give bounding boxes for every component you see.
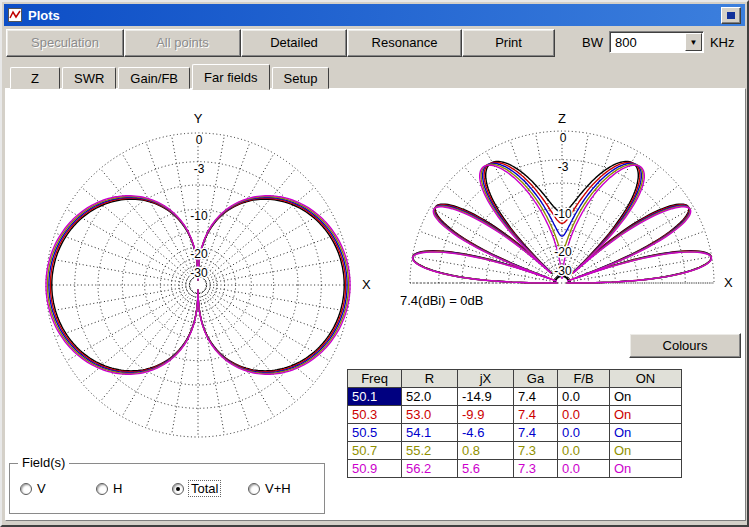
toolbar-button-all-points: All points [124, 29, 241, 57]
frequency-table: FreqRjXGaF/BON50.152.0-14.97.40.0On50.35… [347, 369, 682, 478]
cell-jx[interactable]: -9.9 [458, 406, 514, 424]
tab-setup[interactable]: Setup [272, 67, 330, 89]
bw-value: 800 [610, 35, 685, 50]
cell-on[interactable]: On [610, 388, 682, 406]
azimuth-axis-right-label: X [362, 277, 371, 292]
column-header-r: R [402, 370, 458, 388]
toolbar-button-print[interactable]: Print [462, 29, 555, 57]
table-row: 50.353.0-9.97.40.0On [348, 406, 682, 424]
bw-dropdown-button[interactable]: ▼ [685, 33, 702, 51]
radio-icon [248, 483, 260, 495]
azimuth-axis-top-label: Y [194, 111, 203, 126]
bw-unit-label: KHz [710, 35, 735, 50]
fields-groupbox: Field(s) VHTotalV+H [9, 463, 325, 514]
ring-label: -10 [190, 209, 208, 223]
fields-group-title: Field(s) [18, 455, 69, 470]
fields-options: VHTotalV+H [10, 464, 324, 513]
elevation-axis-top-label: Z [558, 111, 566, 126]
ring-label: -30 [554, 264, 572, 278]
radio-label: V [37, 481, 46, 496]
radio-total[interactable]: Total [172, 481, 248, 496]
chevron-down-icon: ▼ [689, 38, 697, 47]
cell-f-b[interactable]: 0.0 [558, 460, 610, 478]
cell-jx[interactable]: -4.6 [458, 424, 514, 442]
cell-jx[interactable]: 0.8 [458, 442, 514, 460]
radio-label: V+H [265, 481, 291, 496]
column-header-ga: Ga [514, 370, 558, 388]
cell-ga[interactable]: 7.3 [514, 442, 558, 460]
toolbar-button-resonance[interactable]: Resonance [347, 29, 462, 57]
cell-freq[interactable]: 50.1 [348, 388, 402, 406]
radio-v[interactable]: V [20, 481, 96, 496]
minimize-button[interactable] [721, 7, 741, 24]
radio-label: Total [189, 481, 220, 496]
window-title: Plots [28, 8, 60, 23]
ring-label: -30 [190, 266, 208, 280]
azimuth-pattern-curve [49, 197, 347, 372]
toolbar-button-detailed[interactable]: Detailed [241, 29, 347, 57]
bandwidth-group: BW 800 ▼ KHz [582, 31, 735, 53]
reference-gain-label: 7.4(dBi) = 0dB [400, 293, 483, 308]
bw-label: BW [582, 35, 603, 50]
ring-label: -20 [554, 245, 572, 259]
tab-swr[interactable]: SWR [62, 67, 116, 89]
tab-gain-fb[interactable]: Gain/FB [118, 67, 190, 89]
app-icon [8, 8, 22, 22]
tab-far-fields[interactable]: Far fields [192, 64, 269, 90]
table-header-row: FreqRjXGaF/BON [348, 370, 682, 388]
colours-button[interactable]: Colours [629, 333, 741, 358]
radio-icon [172, 483, 184, 495]
cell-freq[interactable]: 50.3 [348, 406, 402, 424]
cell-r[interactable]: 53.0 [402, 406, 458, 424]
radio-h[interactable]: H [96, 481, 172, 496]
cell-f-b[interactable]: 0.0 [558, 424, 610, 442]
ring-label: -10 [554, 207, 572, 221]
cell-f-b[interactable]: 0.0 [558, 442, 610, 460]
cell-freq[interactable]: 50.7 [348, 442, 402, 460]
tab-z[interactable]: Z [10, 67, 60, 89]
cell-jx[interactable]: -14.9 [458, 388, 514, 406]
ring-label: -20 [190, 247, 208, 261]
ring-label: 0 [196, 133, 203, 147]
toolbar: SpeculationAll pointsDetailedResonancePr… [6, 29, 555, 57]
cell-freq[interactable]: 50.9 [348, 460, 402, 478]
table-row: 50.152.0-14.97.40.0On [348, 388, 682, 406]
cell-f-b[interactable]: 0.0 [558, 406, 610, 424]
plots-window: Plots SpeculationAll pointsDetailedReson… [0, 0, 749, 527]
cell-jx[interactable]: 5.6 [458, 460, 514, 478]
cell-f-b[interactable]: 0.0 [558, 388, 610, 406]
cell-on[interactable]: On [610, 406, 682, 424]
radio-label: H [113, 481, 122, 496]
table-row: 50.554.1-4.67.40.0On [348, 424, 682, 442]
far-fields-page: 0-3-10-20-300-3-10-20-30YXZX7.4(dBi) = 0… [5, 88, 746, 521]
ring-label: -3 [194, 162, 205, 176]
cell-ga[interactable]: 7.3 [514, 460, 558, 478]
column-header-on: ON [610, 370, 682, 388]
table-row: 50.956.25.67.30.0On [348, 460, 682, 478]
elevation-axis-right-label: X [724, 275, 733, 290]
cell-r[interactable]: 54.1 [402, 424, 458, 442]
cell-r[interactable]: 55.2 [402, 442, 458, 460]
column-header-f-b: F/B [558, 370, 610, 388]
ring-label: -3 [558, 160, 569, 174]
cell-on[interactable]: On [610, 442, 682, 460]
minimize-icon [727, 12, 735, 19]
radio-v-h[interactable]: V+H [248, 481, 324, 496]
radio-icon [20, 483, 32, 495]
bw-combobox[interactable]: 800 ▼ [609, 31, 704, 53]
column-header-freq: Freq [348, 370, 402, 388]
cell-freq[interactable]: 50.5 [348, 424, 402, 442]
ring-label: 0 [560, 131, 567, 145]
tab-strip: ZSWRGain/FBFar fieldsSetup [10, 63, 329, 89]
cell-ga[interactable]: 7.4 [514, 388, 558, 406]
cell-ga[interactable]: 7.4 [514, 424, 558, 442]
cell-r[interactable]: 52.0 [402, 388, 458, 406]
cell-on[interactable]: On [610, 460, 682, 478]
cell-r[interactable]: 56.2 [402, 460, 458, 478]
cell-ga[interactable]: 7.4 [514, 406, 558, 424]
title-bar: Plots [4, 4, 745, 26]
table-row: 50.755.20.87.30.0On [348, 442, 682, 460]
radio-icon [96, 483, 108, 495]
cell-on[interactable]: On [610, 424, 682, 442]
toolbar-button-speculation: Speculation [6, 29, 124, 57]
